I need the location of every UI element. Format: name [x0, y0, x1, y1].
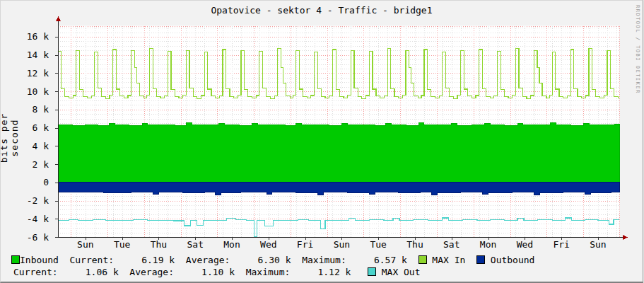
y-tick-label: -2 k: [27, 195, 49, 206]
x-tick-label: Tue: [114, 239, 131, 250]
inbound-area: [58, 123, 619, 183]
max-out-label: MAX Out: [376, 267, 421, 277]
traffic-graph-panel: Opatovice - sektor 4 - Traffic - bridge1…: [0, 0, 643, 283]
x-tick-label: Sat: [187, 239, 203, 250]
x-tick-label: Fri: [553, 239, 569, 250]
x-tick-label: Wed: [260, 239, 276, 250]
y-axis-arrow: [56, 16, 61, 21]
x-tick-label: Sun: [590, 239, 606, 250]
outbound-label: Outbound: [485, 255, 534, 265]
x-tick-label: Thu: [406, 239, 423, 250]
x-tick-label: Sun: [334, 239, 350, 250]
x-tick-label: Wed: [517, 239, 533, 250]
x-axis-arrow: [623, 235, 628, 240]
x-tick-label: Mon: [480, 239, 496, 250]
y-tick-label: 10 k: [27, 86, 49, 97]
y-tick-label: 8 k: [33, 104, 49, 115]
x-tick-label: Sat: [443, 239, 459, 250]
y-tick-label: 12 k: [27, 68, 49, 79]
y-tick-label: 6 k: [33, 122, 49, 133]
max-in-swatch: [418, 255, 427, 264]
x-tick-label: Tue: [370, 239, 387, 250]
y-tick-label: 14 k: [27, 50, 49, 60]
outbound-swatch: [476, 255, 485, 264]
inbound-swatch: [11, 255, 20, 264]
y-tick-label: -6 k: [27, 232, 49, 243]
y-tick-label: 2 k: [33, 159, 49, 170]
y-tick-label: 0: [43, 177, 49, 187]
y-tick-label: 4 k: [33, 141, 49, 151]
x-tick-label: Thu: [151, 239, 167, 250]
y-tick-label: 16 k: [27, 31, 49, 42]
max-out-swatch: [368, 267, 376, 276]
legend-row: Current: 1.06 k Average: 1.10 k Maximum:…: [13, 267, 421, 277]
legend-row: Inbound Current: 6.19 k Average: 6.30 k …: [11, 255, 534, 265]
x-tick-label: Fri: [297, 239, 313, 250]
x-tick-label: Sun: [77, 239, 93, 250]
x-tick-label: Mon: [223, 239, 240, 250]
y-tick-label: -4 k: [27, 214, 49, 224]
traffic-chart: 16 k14 k12 k10 k8 k6 k4 k2 k0-2 k-4 k-6 …: [1, 1, 643, 282]
outbound-stats: Current: 1.06 k Average: 1.10 k Maximum:…: [13, 267, 368, 277]
max-in-label: MAX In: [427, 255, 476, 265]
inbound-stats: Inbound Current: 6.19 k Average: 6.30 k …: [20, 255, 418, 265]
